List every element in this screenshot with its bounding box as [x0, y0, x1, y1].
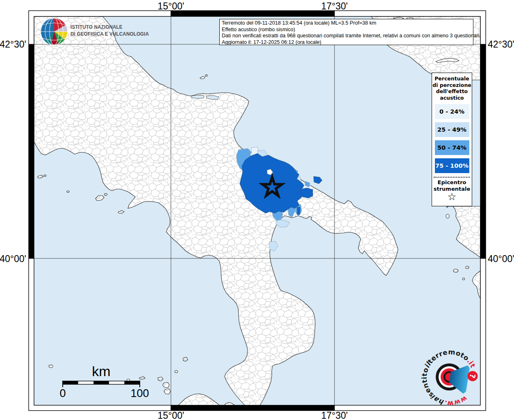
legend-class-50-74: 50 - 74% [435, 140, 469, 155]
axis-label-right-42: 42°30' [488, 39, 514, 50]
map-canvas: ? www.haisentitoilterremoto.it [0, 0, 514, 420]
axis-label-bottom-17: 17°30' [321, 410, 348, 420]
legend-title-line: di percezione [432, 82, 472, 89]
legend-class-75-100: 75 - 100% [435, 158, 469, 173]
scalebar-end: 100 [130, 387, 149, 400]
event-updated-at: Aggiornato il: 17-12-2025 06:12 (ora loc… [222, 39, 471, 46]
event-summary: Terremoto del 09-11-2018 13:45:54 (ora l… [222, 20, 471, 27]
legend-star-icon: ☆ [432, 192, 472, 202]
legend-title-line: acustico [432, 95, 472, 101]
axis-label-left-40: 40°00' [0, 253, 26, 265]
ingv-title-line1: ISTITUTO NAZIONALE [71, 23, 149, 30]
axis-label-bottom-15: 15°00' [158, 410, 184, 420]
legend-class-25-49: 25 - 49% [435, 122, 469, 137]
legend-title-line: dell'effetto [432, 88, 472, 95]
legend-title-line: Percentuale [432, 75, 472, 82]
map-page: ? www.haisentitoilterremoto.it [0, 0, 514, 420]
axis-label-top-15: 15°00' [158, 1, 184, 12]
legend-divider [434, 177, 470, 178]
scalebar-start: 0 [59, 387, 66, 400]
event-info-box: Terremoto del 09-11-2018 13:45:54 (ora l… [219, 19, 473, 45]
legend-box: Percentuale di percezione dell'effetto a… [432, 73, 472, 206]
ingv-title: ISTITUTO NAZIONALE DI GEOFISICA E VULCAN… [71, 23, 149, 37]
axis-label-left-42: 42°30' [0, 39, 26, 50]
scalebar-unit: km [92, 363, 110, 379]
legend-class-0-24: 0 - 24% [435, 104, 469, 119]
axis-label-top-17: 17°30' [321, 1, 348, 12]
event-data-note: Dati non verificati estratti da 968 ques… [222, 33, 471, 39]
axis-label-right-40: 40°00' [488, 253, 514, 265]
legend-epicenter-line1: Epicentro [432, 179, 472, 186]
event-effect: Effetto acustico (rombo sismico) [222, 27, 471, 33]
ingv-title-line2: DI GEOFISICA E VULCANOLOGIA [71, 30, 149, 37]
